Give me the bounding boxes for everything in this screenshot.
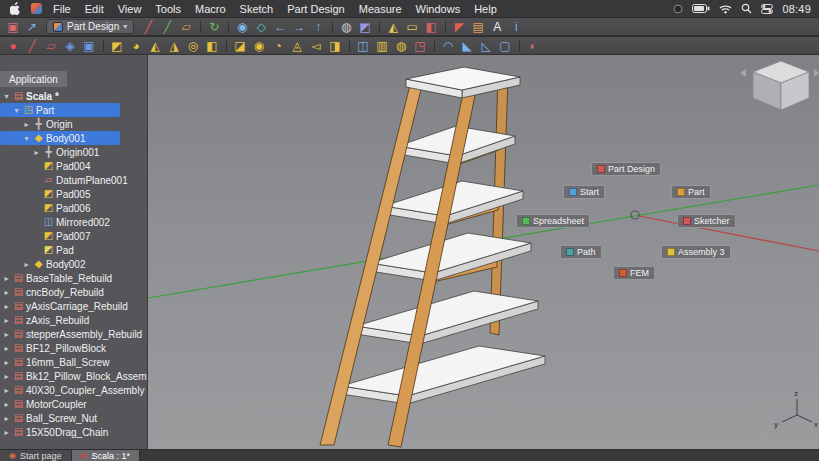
- draft-icon[interactable]: ◺: [477, 38, 495, 54]
- linear-pattern-icon[interactable]: ▥: [373, 38, 391, 54]
- menu-tools[interactable]: Tools: [148, 3, 188, 15]
- measure-icon[interactable]: ◭: [384, 19, 402, 35]
- workbench-selector[interactable]: Part Design ▾: [46, 19, 134, 34]
- expander-icon[interactable]: ▸: [2, 358, 11, 367]
- menu-sketch[interactable]: Sketch: [233, 3, 281, 15]
- additive-helix-icon[interactable]: ◎: [184, 38, 202, 54]
- text-icon[interactable]: A: [488, 19, 506, 35]
- app-icon[interactable]: [31, 3, 42, 14]
- expander-icon[interactable]: ▸: [22, 120, 31, 129]
- polar-pattern-icon[interactable]: ◍: [392, 38, 410, 54]
- tree-origin001[interactable]: ▸ ╋ Origin001: [0, 145, 120, 159]
- menu-macro[interactable]: Macro: [188, 3, 233, 15]
- wb-label-part-design[interactable]: Part Design: [591, 162, 661, 176]
- sketch-new-icon[interactable]: ╱: [139, 19, 157, 35]
- info-icon[interactable]: i: [507, 19, 525, 35]
- multitransform-icon[interactable]: ◳: [411, 38, 429, 54]
- pad-icon[interactable]: ◩: [108, 38, 126, 54]
- clone-icon[interactable]: ▣: [80, 38, 98, 54]
- wb-label-path[interactable]: Path: [560, 245, 602, 259]
- expander-icon[interactable]: ▸: [2, 330, 11, 339]
- apple-menu-icon[interactable]: [8, 2, 27, 15]
- revolution-icon[interactable]: ◕: [127, 38, 145, 54]
- wb-label-start[interactable]: Start: [563, 185, 605, 199]
- tree-zaxis-rebuild[interactable]: ▸ ▤ zAxis_Rebuild: [0, 313, 120, 327]
- navigation-cube[interactable]: [740, 61, 819, 110]
- ladder-shelf-model[interactable]: [320, 67, 545, 447]
- menu-view[interactable]: View: [111, 3, 149, 15]
- expander-icon[interactable]: ▸: [32, 148, 41, 157]
- mirrored-icon[interactable]: ◫: [354, 38, 372, 54]
- tree-pad004[interactable]: ◩ Pad004: [0, 159, 120, 173]
- tree-16mm-ball-screw[interactable]: ▸ ▤ 16mm_Ball_Screw: [0, 355, 120, 369]
- tree-part[interactable]: ▾ ◳ Part: [0, 103, 120, 117]
- expander-icon[interactable]: ▸: [2, 400, 11, 409]
- tree-body002[interactable]: ▸ ◆ Body002: [0, 257, 120, 271]
- pocket-icon[interactable]: ◪: [231, 38, 249, 54]
- wb-label-sketcher[interactable]: Sketcher: [677, 214, 736, 228]
- expander-icon[interactable]: ▸: [2, 372, 11, 381]
- dimension-icon[interactable]: ▭: [403, 19, 421, 35]
- control-center-icon[interactable]: [761, 4, 773, 14]
- wb-label-assembly3[interactable]: Assembly 3: [661, 245, 731, 259]
- tree-ball-screw-nut[interactable]: ▸ ▤ Ball_Screw_Nut: [0, 411, 120, 425]
- tree-pad006[interactable]: ◩ Pad006: [0, 201, 120, 215]
- subtractive-primitive-icon[interactable]: ◨: [326, 38, 344, 54]
- tree-pad[interactable]: ◩ Pad: [0, 243, 120, 257]
- fit-all-icon[interactable]: ◉: [233, 19, 251, 35]
- menu-measure[interactable]: Measure: [352, 3, 409, 15]
- subtractive-pipe-icon[interactable]: ◅: [307, 38, 325, 54]
- screen-record-icon[interactable]: [673, 4, 683, 14]
- note-icon[interactable]: ▤: [469, 19, 487, 35]
- tree-stepperassembly-rebuild[interactable]: ▸ ▤ stepperAssembly_Rebuild: [0, 327, 120, 341]
- tree-pad007[interactable]: ◩ Pad007: [0, 229, 120, 243]
- menu-part-design[interactable]: Part Design: [280, 3, 351, 15]
- expander-icon[interactable]: ▸: [2, 386, 11, 395]
- nav-back-icon[interactable]: ←: [271, 19, 289, 35]
- tree-yaxiscarriage-rebuild[interactable]: ▸ ▤ yAxisCarriage_Rebuild: [0, 299, 120, 313]
- hole-icon[interactable]: ◉: [250, 38, 268, 54]
- view-top-icon[interactable]: ↑: [309, 19, 327, 35]
- appearance-icon[interactable]: ◩: [356, 19, 374, 35]
- expander-icon[interactable]: ▸: [2, 302, 11, 311]
- annotation-icon[interactable]: ◤: [450, 19, 468, 35]
- search-icon[interactable]: [741, 3, 752, 14]
- tree-body001[interactable]: ▾ ◆ Body001: [0, 131, 120, 145]
- additive-pipe-icon[interactable]: ◮: [165, 38, 183, 54]
- tree-40x30-coupler-assembly[interactable]: ▸ ▤ 40X30_Coupler_Assembly: [0, 383, 120, 397]
- draw-style-icon[interactable]: ◍: [337, 19, 355, 35]
- sketch-map-icon[interactable]: ▱: [177, 19, 195, 35]
- fillet-icon[interactable]: ◠: [439, 38, 457, 54]
- wb-label-part[interactable]: Part: [671, 185, 711, 199]
- nav-forward-icon[interactable]: →: [290, 19, 308, 35]
- datum-plane-icon[interactable]: ▱: [42, 38, 60, 54]
- menu-file[interactable]: File: [46, 3, 78, 15]
- navcube-rotate-left-icon[interactable]: [740, 69, 746, 77]
- tab-scala[interactable]: ◉ Scala : 1*: [72, 450, 141, 461]
- menu-help[interactable]: Help: [467, 3, 504, 15]
- additive-loft-icon[interactable]: ◭: [146, 38, 164, 54]
- subtractive-loft-icon[interactable]: ◬: [288, 38, 306, 54]
- shape-binder-icon[interactable]: ◈: [61, 38, 79, 54]
- tab-start-page[interactable]: ◉ Start page: [0, 450, 72, 461]
- view-isometric-icon[interactable]: ◇: [252, 19, 270, 35]
- sketch-edit-icon[interactable]: ╱: [158, 19, 176, 35]
- tree-bk12-pillow-block-assembly[interactable]: ▸ ▤ Bk12_Pillow_Block_Assembly: [0, 369, 120, 383]
- wifi-icon[interactable]: [719, 4, 732, 14]
- tree-mirrored002[interactable]: ◫ Mirrored002: [0, 215, 120, 229]
- wb-label-spreadsheet[interactable]: Spreadsheet: [516, 214, 590, 228]
- expander-icon[interactable]: ▸: [2, 288, 11, 297]
- additive-primitive-icon[interactable]: ◧: [203, 38, 221, 54]
- menu-edit[interactable]: Edit: [78, 3, 111, 15]
- expander-icon[interactable]: ▾: [2, 92, 11, 101]
- battery-icon[interactable]: [692, 4, 710, 13]
- tree-basetable-rebuild[interactable]: ▸ ▤ BaseTable_Rebuild: [0, 271, 120, 285]
- panel-tab-application[interactable]: Application: [0, 71, 67, 87]
- tree-scala[interactable]: ▾ ▤ Scala *: [0, 89, 120, 103]
- refresh-icon[interactable]: ↻: [205, 19, 223, 35]
- select-arrow-icon[interactable]: ↗: [23, 19, 41, 35]
- tree-15x50drag-chain[interactable]: ▸ ▤ 15X50Drag_Chain: [0, 425, 120, 439]
- wb-label-fem[interactable]: FEM: [613, 266, 655, 280]
- navcube-rotate-right-icon[interactable]: [814, 69, 819, 77]
- tree-origin[interactable]: ▸ ╋ Origin: [0, 117, 120, 131]
